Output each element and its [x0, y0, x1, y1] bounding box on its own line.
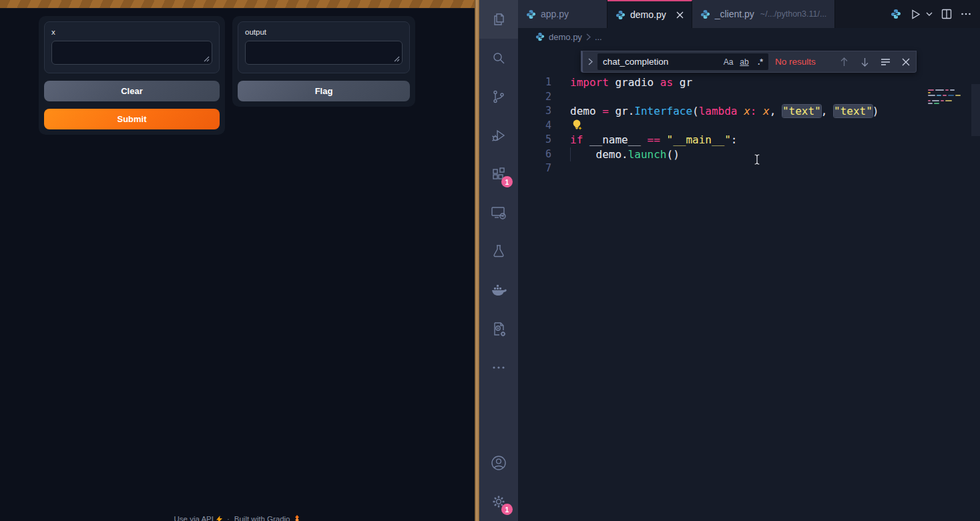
resize-grip-icon[interactable] [204, 56, 210, 62]
gradio-footer: Use via API · Built with Gradio [0, 515, 475, 521]
next-match-icon[interactable] [857, 55, 872, 69]
code-line[interactable]: 2 [518, 90, 980, 105]
activity-bar: 1 1 [479, 0, 518, 521]
gradio-input-column: x Clear Submit [39, 16, 225, 135]
line-content: demo.launch() [551, 147, 680, 162]
testing-beaker-icon[interactable] [479, 232, 518, 271]
resize-grip-icon[interactable] [394, 56, 400, 62]
tab-demo-py[interactable]: demo.py [607, 0, 692, 28]
browser-loading-bar [0, 0, 475, 9]
code-editor[interactable]: 1import gradio as gr23demo = gr.Interfac… [518, 45, 980, 521]
split-editor-icon[interactable] [941, 9, 952, 19]
more-views-icon[interactable] [479, 348, 518, 387]
lightning-icon [216, 516, 222, 521]
find-input[interactable]: chat_completion Aa ab .* [597, 53, 768, 70]
breadcrumb-file[interactable]: demo.py [549, 32, 582, 42]
output-field[interactable] [245, 41, 403, 65]
clear-button[interactable]: Clear [44, 81, 220, 101]
window-sash[interactable] [475, 0, 479, 521]
regex-icon[interactable]: .* [752, 57, 768, 67]
find-in-selection-icon[interactable] [878, 55, 893, 69]
code-line[interactable]: 3demo = gr.Interface(lambda x: x, "text"… [518, 104, 980, 119]
match-case-icon[interactable]: Aa [720, 57, 736, 67]
line-content: if __name__ == "__main__": [551, 133, 737, 147]
gradio-output-column: output Flag [232, 16, 415, 107]
tab-label: app.py [541, 9, 569, 19]
flag-button[interactable]: Flag [238, 81, 410, 101]
extensions-badge: 1 [501, 176, 513, 187]
submit-button[interactable]: Submit [44, 109, 220, 129]
screen: x Clear Submit output Flag Use via A [0, 0, 980, 521]
docker-icon[interactable] [479, 271, 518, 310]
line-number: 3 [518, 104, 551, 119]
code-line[interactable]: 1import gradio as gr [518, 75, 980, 90]
line-number: 6 [518, 147, 551, 162]
line-number: 4 [518, 119, 551, 133]
x-input[interactable] [51, 41, 212, 65]
explorer-icon[interactable] [479, 0, 518, 39]
line-content: import gradio as gr [551, 75, 692, 90]
run-config-icon[interactable] [479, 310, 518, 348]
run-file-icon[interactable] [910, 9, 921, 20]
find-results-label: No results [775, 57, 834, 67]
minimap[interactable] [928, 89, 967, 105]
code-lines: 1import gradio as gr23demo = gr.Interfac… [518, 75, 980, 176]
find-widget: chat_completion Aa ab .* No results [581, 51, 917, 73]
line-number: 1 [518, 75, 551, 90]
toggle-replace-chevron-icon[interactable] [583, 58, 597, 65]
tab-label: demo.py [630, 9, 666, 20]
line-number: 2 [518, 90, 551, 105]
line-content [551, 90, 570, 105]
remote-explorer-icon[interactable] [479, 193, 518, 232]
breadcrumb[interactable]: demo.py ... [518, 28, 980, 45]
text-cursor-pointer-icon [753, 153, 761, 165]
footer-separator: · [227, 515, 230, 521]
output-label: output [245, 28, 403, 36]
more-actions-icon[interactable] [961, 9, 971, 19]
code-line[interactable]: 7 [518, 161, 980, 176]
account-icon[interactable] [479, 444, 518, 482]
previous-match-icon[interactable] [836, 55, 851, 69]
source-control-icon[interactable] [479, 77, 518, 116]
editor-scrollbar[interactable] [971, 84, 980, 136]
breadcrumb-more[interactable]: ... [595, 32, 602, 42]
python-file-icon [535, 32, 545, 41]
tab-app-py[interactable]: app.py [518, 0, 607, 28]
tab-bar: app.py demo.py _client.py ~/.../python3.… [518, 0, 980, 28]
find-query-text[interactable]: chat_completion [603, 57, 720, 67]
output-panel: output [238, 21, 410, 73]
chevron-right-icon [586, 33, 591, 41]
vscode-window: 1 1 [479, 0, 980, 521]
run-dropdown-chevron-icon[interactable] [926, 11, 933, 17]
tab-description: ~/.../python3.11/... [760, 9, 827, 19]
close-icon[interactable] [676, 11, 684, 19]
close-find-icon[interactable] [899, 55, 913, 69]
python-file-icon [616, 10, 626, 20]
code-line[interactable]: 6 demo.launch() [518, 147, 980, 162]
line-number: 5 [518, 133, 551, 147]
built-with-gradio-link[interactable]: Built with Gradio [234, 515, 301, 521]
code-line[interactable]: 4 [518, 119, 980, 133]
tab-client-py[interactable]: _client.py ~/.../python3.11/... [692, 0, 836, 28]
run-and-debug-icon[interactable] [479, 116, 518, 155]
use-via-api-link[interactable]: Use via API [174, 515, 222, 521]
lightbulb-sparkle-icon[interactable] [571, 119, 583, 131]
extensions-icon[interactable]: 1 [479, 155, 518, 193]
line-content [551, 161, 570, 176]
input-label: x [51, 28, 212, 36]
editor-group: app.py demo.py _client.py ~/.../python3.… [518, 0, 980, 521]
input-panel: x [44, 21, 220, 73]
line-content: demo = gr.Interface(lambda x: x, "text",… [551, 104, 879, 119]
search-icon[interactable] [479, 39, 518, 77]
python-file-icon [526, 9, 536, 19]
editor-actions [891, 0, 980, 28]
settings-badge: 1 [501, 504, 513, 515]
gradio-logo-icon [293, 515, 301, 521]
line-number: 7 [518, 161, 551, 176]
tab-label: _client.py [715, 9, 754, 19]
code-line[interactable]: 5if __name__ == "__main__": [518, 133, 980, 147]
settings-gear-icon[interactable]: 1 [479, 482, 518, 521]
line-content [551, 119, 570, 133]
whole-word-icon[interactable]: ab [736, 57, 752, 67]
python-interpreter-icon[interactable] [891, 9, 901, 19]
